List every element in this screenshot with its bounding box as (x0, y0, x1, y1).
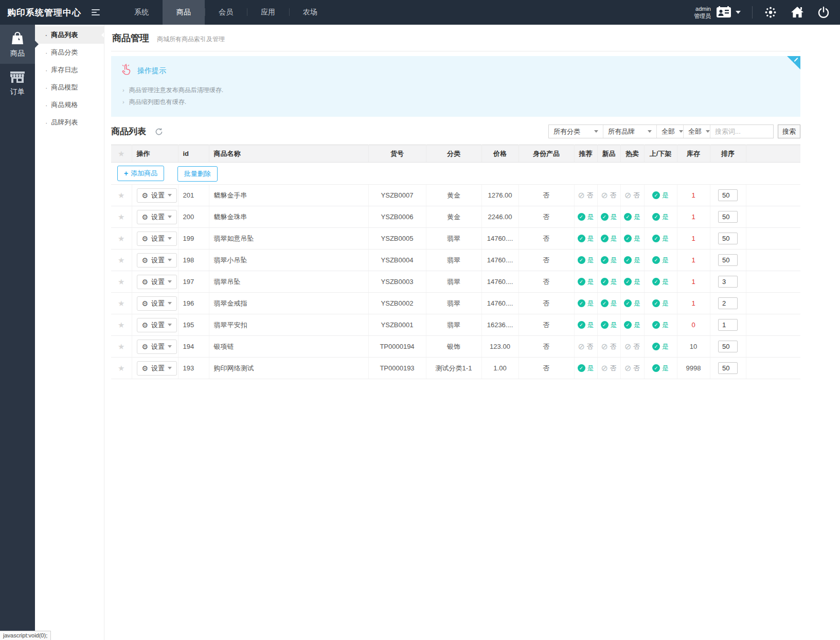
row-settings-button[interactable]: ⚙设置 (137, 340, 177, 354)
sidebar-toggle-icon[interactable] (88, 0, 107, 25)
status-yes[interactable]: ✓是 (601, 212, 617, 222)
sort-input[interactable] (718, 297, 738, 309)
status-yes[interactable]: ✓是 (601, 321, 617, 330)
sidebar-item-订单[interactable]: 订单 (0, 64, 35, 103)
logout-power-icon[interactable] (817, 6, 830, 19)
sidebar-item-商品[interactable]: 商品 (0, 25, 35, 64)
clear-cache-icon[interactable] (764, 6, 777, 19)
favorite-star-icon[interactable]: ★ (118, 321, 124, 329)
status-no[interactable]: ⊘否 (578, 191, 593, 200)
search-input[interactable] (710, 128, 773, 135)
check-circle-icon: ✓ (578, 256, 585, 264)
submenu-item-商品分类[interactable]: ·商品分类 (35, 44, 104, 61)
sort-input[interactable] (718, 211, 738, 223)
brand-select[interactable]: 所有品牌 (603, 125, 657, 138)
add-product-button[interactable]: +添加商品 (117, 166, 164, 181)
row-settings-button[interactable]: ⚙设置 (137, 296, 177, 311)
submenu-item-商品规格[interactable]: ·商品规格 (35, 96, 104, 114)
sort-input[interactable] (718, 254, 738, 266)
submenu-item-品牌列表[interactable]: ·品牌列表 (35, 114, 104, 131)
top-menu-item[interactable]: 会员 (205, 0, 247, 25)
top-menu-item[interactable]: 农场 (289, 0, 331, 25)
submenu-item-商品模型[interactable]: ·商品模型 (35, 79, 104, 96)
sort-input[interactable] (718, 233, 738, 244)
favorite-star-icon[interactable]: ★ (118, 364, 124, 372)
favorite-star-icon[interactable]: ★ (118, 212, 124, 221)
status-select-1[interactable]: 全部 (657, 125, 684, 138)
table-row: ★ ⚙设置 194 银项链 TP0000194 银饰 123.00 否 ⊘否 ⊘… (111, 336, 800, 358)
status-yes[interactable]: ✓是 (601, 299, 617, 308)
status-no[interactable]: ⊘否 (578, 342, 593, 351)
row-settings-button[interactable]: ⚙设置 (137, 361, 177, 376)
status-yes[interactable]: ✓是 (652, 299, 669, 308)
sort-input[interactable] (718, 319, 738, 331)
status-no[interactable]: ⊘否 (624, 342, 640, 351)
id-card-icon[interactable] (716, 6, 731, 19)
cell-stock: 10 (677, 336, 710, 358)
row-settings-button[interactable]: ⚙设置 (137, 318, 177, 332)
status-yes[interactable]: ✓是 (578, 364, 594, 373)
status-yes[interactable]: ✓是 (624, 212, 640, 222)
status-yes[interactable]: ✓是 (578, 256, 594, 265)
status-yes[interactable]: ✓是 (652, 212, 669, 222)
status-select-2[interactable]: 全部 (684, 125, 710, 138)
favorite-star-icon[interactable]: ★ (118, 342, 124, 351)
status-yes[interactable]: ✓是 (652, 277, 669, 287)
status-yes[interactable]: ✓是 (624, 299, 640, 308)
sort-input[interactable] (718, 189, 738, 201)
status-yes[interactable]: ✓是 (652, 234, 669, 243)
status-yes[interactable]: ✓是 (578, 234, 594, 243)
status-no[interactable]: ⊘否 (601, 364, 616, 373)
status-yes[interactable]: ✓是 (601, 234, 617, 243)
status-no[interactable]: ⊘否 (624, 364, 640, 373)
search-button[interactable]: 搜索 (778, 125, 800, 138)
favorite-star-icon[interactable]: ★ (118, 299, 124, 308)
status-yes[interactable]: ✓是 (578, 212, 594, 222)
home-icon[interactable] (791, 6, 804, 19)
favorite-star-icon[interactable]: ★ (118, 277, 124, 286)
row-settings-button[interactable]: ⚙设置 (137, 232, 177, 246)
status-yes[interactable]: ✓是 (601, 256, 617, 265)
sort-input[interactable] (718, 276, 738, 288)
cell-hot: ⊘否 (620, 336, 644, 358)
user-menu-caret-icon[interactable] (736, 11, 741, 14)
status-no[interactable]: ⊘否 (601, 342, 616, 351)
status-yes[interactable]: ✓是 (652, 256, 669, 265)
status-yes[interactable]: ✓是 (652, 191, 669, 200)
category-select[interactable]: 所有分类 (549, 125, 603, 138)
status-yes[interactable]: ✓是 (578, 277, 594, 287)
row-settings-button[interactable]: ⚙设置 (137, 210, 177, 224)
status-yes[interactable]: ✓是 (624, 277, 640, 287)
top-menu-item[interactable]: 应用 (247, 0, 289, 25)
favorite-star-icon[interactable]: ★ (118, 256, 124, 264)
row-settings-button[interactable]: ⚙设置 (137, 188, 177, 203)
status-no[interactable]: ⊘否 (601, 191, 616, 200)
cell-product-name: 银项链 (209, 336, 368, 358)
status-yes[interactable]: ✓是 (652, 364, 669, 373)
row-settings-button[interactable]: ⚙设置 (137, 275, 177, 289)
status-yes[interactable]: ✓是 (624, 321, 640, 330)
status-yes[interactable]: ✓是 (652, 342, 669, 351)
status-yes[interactable]: ✓是 (578, 321, 594, 330)
refresh-icon[interactable] (155, 128, 163, 136)
submenu-item-库存日志[interactable]: ·库存日志 (35, 61, 104, 79)
status-yes[interactable]: ✓是 (624, 234, 640, 243)
status-yes[interactable]: ✓是 (624, 256, 640, 265)
status-yes[interactable]: ✓是 (578, 299, 594, 308)
check-circle-icon: ✓ (652, 278, 660, 286)
submenu-item-label: 商品分类 (51, 48, 78, 57)
status-no[interactable]: ⊘否 (624, 191, 640, 200)
row-settings-button[interactable]: ⚙设置 (137, 253, 177, 268)
status-yes[interactable]: ✓是 (601, 277, 617, 287)
sort-input[interactable] (718, 341, 738, 352)
batch-delete-button[interactable]: 批量删除 (177, 166, 218, 182)
collapse-ribbon-icon[interactable] (787, 56, 800, 69)
top-menu-item[interactable]: 系统 (120, 0, 163, 25)
favorite-star-icon[interactable]: ★ (118, 191, 124, 200)
status-yes[interactable]: ✓是 (652, 321, 669, 330)
top-menu-item[interactable]: 商品 (163, 0, 205, 25)
favorite-star-icon[interactable]: ★ (118, 234, 124, 243)
cell-identity: 否 (519, 293, 574, 314)
sort-input[interactable] (718, 362, 738, 374)
submenu-item-商品列表[interactable]: ·商品列表 (35, 26, 104, 44)
